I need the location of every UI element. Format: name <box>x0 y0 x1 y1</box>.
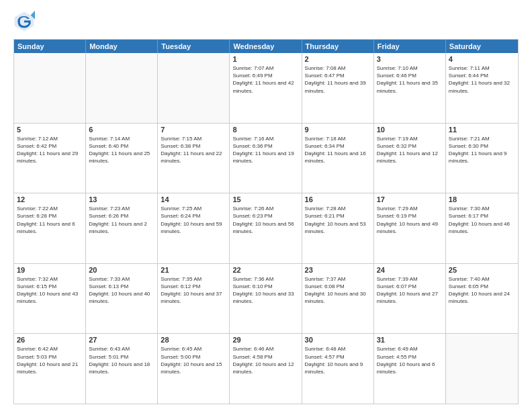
day-cell-18: 18Sunrise: 7:30 AMSunset: 6:17 PMDayligh… <box>446 193 518 263</box>
day-number: 1 <box>232 55 298 63</box>
day-number: 21 <box>161 266 226 274</box>
header-cell-sunday: Sunday <box>14 40 86 53</box>
cell-info: Sunrise: 6:46 AMSunset: 4:58 PMDaylight:… <box>232 345 298 375</box>
day-cell-24: 24Sunrise: 7:39 AMSunset: 6:07 PMDayligh… <box>374 264 446 334</box>
day-number: 6 <box>89 126 154 134</box>
cell-info: Sunrise: 7:37 AMSunset: 6:08 PMDaylight:… <box>305 275 371 306</box>
day-cell-9: 9Sunrise: 7:18 AMSunset: 6:34 PMDaylight… <box>302 124 374 193</box>
day-cell-6: 6Sunrise: 7:14 AMSunset: 6:40 PMDaylight… <box>86 124 158 193</box>
calendar-row-0: 1Sunrise: 7:07 AMSunset: 6:49 PMDaylight… <box>14 53 518 123</box>
day-number: 20 <box>89 266 154 274</box>
logo-icon <box>13 11 35 32</box>
day-cell-27: 27Sunrise: 6:43 AMSunset: 5:01 PMDayligh… <box>86 334 158 404</box>
day-cell-20: 20Sunrise: 7:33 AMSunset: 6:13 PMDayligh… <box>86 264 158 334</box>
day-cell-30: 30Sunrise: 6:48 AMSunset: 4:57 PMDayligh… <box>302 334 374 404</box>
day-cell-8: 8Sunrise: 7:16 AMSunset: 6:36 PMDaylight… <box>230 124 302 193</box>
day-number: 3 <box>377 55 443 63</box>
day-cell-17: 17Sunrise: 7:29 AMSunset: 6:19 PMDayligh… <box>374 193 446 263</box>
cell-info: Sunrise: 7:07 AMSunset: 6:49 PMDaylight:… <box>232 64 298 95</box>
day-cell-14: 14Sunrise: 7:25 AMSunset: 6:24 PMDayligh… <box>158 193 230 263</box>
day-cell-1: 1Sunrise: 7:07 AMSunset: 6:49 PMDaylight… <box>230 53 302 123</box>
cell-info: Sunrise: 6:45 AMSunset: 5:00 PMDaylight:… <box>161 345 226 375</box>
cell-info: Sunrise: 7:33 AMSunset: 6:13 PMDaylight:… <box>89 275 154 306</box>
day-cell-23: 23Sunrise: 7:37 AMSunset: 6:08 PMDayligh… <box>302 264 374 334</box>
day-number: 7 <box>161 126 226 134</box>
calendar-row-3: 19Sunrise: 7:32 AMSunset: 6:15 PMDayligh… <box>14 263 518 334</box>
day-number: 25 <box>449 266 515 274</box>
calendar-header: SundayMondayTuesdayWednesdayThursdayFrid… <box>14 40 518 53</box>
cell-info: Sunrise: 7:10 AMSunset: 6:46 PMDaylight:… <box>377 64 443 95</box>
day-number: 30 <box>305 336 371 344</box>
day-cell-31: 31Sunrise: 6:49 AMSunset: 4:55 PMDayligh… <box>374 334 446 404</box>
day-number: 22 <box>232 266 298 274</box>
day-cell-2: 2Sunrise: 7:08 AMSunset: 6:47 PMDaylight… <box>302 53 374 123</box>
cell-info: Sunrise: 7:08 AMSunset: 6:47 PMDaylight:… <box>305 64 371 95</box>
day-number: 29 <box>232 336 298 344</box>
cell-info: Sunrise: 7:29 AMSunset: 6:19 PMDaylight:… <box>377 205 443 235</box>
empty-cell <box>86 53 158 123</box>
day-number: 13 <box>89 195 154 203</box>
page: SundayMondayTuesdayWednesdayThursdayFrid… <box>0 0 532 411</box>
day-cell-4: 4Sunrise: 7:11 AMSunset: 6:44 PMDaylight… <box>446 53 518 123</box>
cell-info: Sunrise: 7:16 AMSunset: 6:36 PMDaylight:… <box>232 135 298 165</box>
day-number: 18 <box>449 195 515 203</box>
header-cell-saturday: Saturday <box>446 40 518 53</box>
day-cell-22: 22Sunrise: 7:36 AMSunset: 6:10 PMDayligh… <box>230 264 302 334</box>
cell-info: Sunrise: 7:35 AMSunset: 6:12 PMDaylight:… <box>161 275 226 306</box>
day-number: 28 <box>161 336 226 344</box>
day-number: 24 <box>377 266 443 274</box>
cell-info: Sunrise: 7:32 AMSunset: 6:15 PMDaylight:… <box>17 275 83 306</box>
day-cell-3: 3Sunrise: 7:10 AMSunset: 6:46 PMDaylight… <box>374 53 446 123</box>
day-cell-21: 21Sunrise: 7:35 AMSunset: 6:12 PMDayligh… <box>158 264 230 334</box>
header <box>13 11 519 32</box>
day-cell-19: 19Sunrise: 7:32 AMSunset: 6:15 PMDayligh… <box>14 264 86 334</box>
cell-info: Sunrise: 6:48 AMSunset: 4:57 PMDaylight:… <box>305 345 371 375</box>
day-number: 27 <box>89 336 154 344</box>
day-number: 31 <box>377 336 443 344</box>
header-cell-wednesday: Wednesday <box>230 40 302 53</box>
calendar-row-4: 26Sunrise: 6:42 AMSunset: 5:03 PMDayligh… <box>14 333 518 404</box>
cell-info: Sunrise: 7:21 AMSunset: 6:30 PMDaylight:… <box>449 135 515 165</box>
day-number: 5 <box>17 126 83 134</box>
empty-cell <box>158 53 230 123</box>
day-cell-15: 15Sunrise: 7:26 AMSunset: 6:23 PMDayligh… <box>230 193 302 263</box>
day-number: 17 <box>377 195 443 203</box>
cell-info: Sunrise: 7:19 AMSunset: 6:32 PMDaylight:… <box>377 135 443 165</box>
cell-info: Sunrise: 7:12 AMSunset: 6:42 PMDaylight:… <box>17 135 83 165</box>
empty-cell <box>446 334 518 404</box>
logo <box>13 11 39 32</box>
cell-info: Sunrise: 6:43 AMSunset: 5:01 PMDaylight:… <box>89 345 154 375</box>
day-number: 14 <box>161 195 226 203</box>
cell-info: Sunrise: 7:36 AMSunset: 6:10 PMDaylight:… <box>232 275 298 306</box>
calendar-row-2: 12Sunrise: 7:22 AMSunset: 6:28 PMDayligh… <box>14 193 518 263</box>
cell-info: Sunrise: 6:49 AMSunset: 4:55 PMDaylight:… <box>377 345 443 375</box>
header-cell-friday: Friday <box>374 40 446 53</box>
cell-info: Sunrise: 7:22 AMSunset: 6:28 PMDaylight:… <box>17 205 83 235</box>
cell-info: Sunrise: 7:30 AMSunset: 6:17 PMDaylight:… <box>449 205 515 235</box>
cell-info: Sunrise: 7:26 AMSunset: 6:23 PMDaylight:… <box>232 205 298 235</box>
cell-info: Sunrise: 7:25 AMSunset: 6:24 PMDaylight:… <box>161 205 226 235</box>
day-number: 11 <box>449 126 515 134</box>
day-number: 26 <box>17 336 83 344</box>
day-cell-11: 11Sunrise: 7:21 AMSunset: 6:30 PMDayligh… <box>446 124 518 193</box>
day-cell-10: 10Sunrise: 7:19 AMSunset: 6:32 PMDayligh… <box>374 124 446 193</box>
cell-info: Sunrise: 7:14 AMSunset: 6:40 PMDaylight:… <box>89 135 154 165</box>
header-cell-monday: Monday <box>86 40 158 53</box>
day-cell-25: 25Sunrise: 7:40 AMSunset: 6:05 PMDayligh… <box>446 264 518 334</box>
calendar-row-1: 5Sunrise: 7:12 AMSunset: 6:42 PMDaylight… <box>14 123 518 193</box>
header-cell-tuesday: Tuesday <box>158 40 230 53</box>
calendar: SundayMondayTuesdayWednesdayThursdayFrid… <box>13 39 519 404</box>
day-cell-29: 29Sunrise: 6:46 AMSunset: 4:58 PMDayligh… <box>230 334 302 404</box>
cell-info: Sunrise: 7:40 AMSunset: 6:05 PMDaylight:… <box>449 275 515 306</box>
day-cell-13: 13Sunrise: 7:23 AMSunset: 6:26 PMDayligh… <box>86 193 158 263</box>
header-cell-thursday: Thursday <box>302 40 374 53</box>
cell-info: Sunrise: 7:28 AMSunset: 6:21 PMDaylight:… <box>305 205 371 235</box>
day-cell-5: 5Sunrise: 7:12 AMSunset: 6:42 PMDaylight… <box>14 124 86 193</box>
day-number: 8 <box>232 126 298 134</box>
day-cell-12: 12Sunrise: 7:22 AMSunset: 6:28 PMDayligh… <box>14 193 86 263</box>
cell-info: Sunrise: 7:18 AMSunset: 6:34 PMDaylight:… <box>305 135 371 165</box>
day-cell-16: 16Sunrise: 7:28 AMSunset: 6:21 PMDayligh… <box>302 193 374 263</box>
calendar-body: 1Sunrise: 7:07 AMSunset: 6:49 PMDaylight… <box>14 53 518 404</box>
day-number: 19 <box>17 266 83 274</box>
day-number: 12 <box>17 195 83 203</box>
